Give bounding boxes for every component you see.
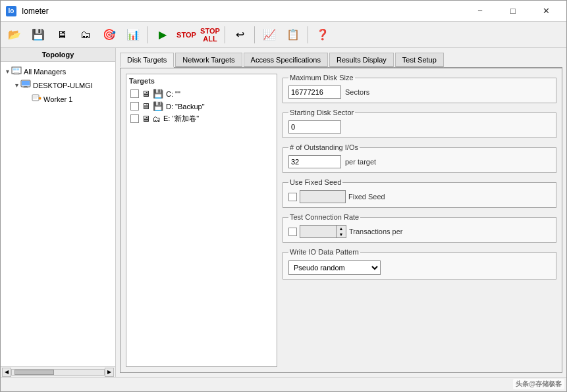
sidebar-item-desktop[interactable]: ▾ DESKTOP-ULMGI <box>1 78 115 92</box>
outstanding-ios-group: # of Outstanding I/Os per target <box>283 143 556 173</box>
main-area: Topology ▾ All Managers <box>1 48 566 377</box>
maximize-button[interactable]: □ <box>498 3 528 20</box>
tab-network-targets[interactable]: Network Targets <box>175 53 242 68</box>
expand-icon-worker <box>23 95 31 103</box>
toolbar-sep-3 <box>254 26 255 43</box>
chart-button[interactable]: 📈 <box>258 24 281 46</box>
disk-e-drive-icon: 🗂 <box>153 114 161 124</box>
disk-e-checkbox[interactable] <box>130 114 139 123</box>
app-icon: Io <box>6 6 16 16</box>
tab-bar: Disk Targets Network Targets Access Spec… <box>120 52 562 68</box>
stop-button[interactable]: STOP <box>175 24 198 46</box>
scroll-left-button[interactable]: ◀ <box>2 368 11 377</box>
all-managers-label: All Managers <box>24 68 66 76</box>
disk-d-label: D: "Backup" <box>166 103 205 110</box>
disk-e-label: E: "新加卷" <box>163 114 199 124</box>
panel-inner: Targets 🖥 💾 C: "" 🖥 💾 <box>126 74 556 367</box>
reset-button[interactable]: ↩ <box>229 24 251 46</box>
disk-item-d: 🖥 💾 D: "Backup" <box>129 100 274 112</box>
max-disk-size-group: Maximum Disk Size Sectors <box>283 74 556 103</box>
outstanding-ios-input[interactable] <box>288 155 341 168</box>
svg-rect-2 <box>16 68 19 70</box>
sidebar-header: Topology <box>1 48 115 62</box>
sidebar-scrollbar: ◀ ▶ <box>1 366 115 377</box>
worker-button[interactable]: 🗂 <box>74 24 97 46</box>
spinner-up-button[interactable]: ▲ <box>337 226 346 232</box>
status-bar <box>1 377 566 391</box>
write-io-pattern-select[interactable]: Pseudo random Sequential Repeating bytes… <box>288 260 381 275</box>
sidebar: Topology ▾ All Managers <box>1 48 116 377</box>
desktop-icon <box>20 80 31 91</box>
start-button[interactable]: ▶ <box>151 24 174 46</box>
help-button[interactable]: ❓ <box>311 24 334 46</box>
expand-icon: ▾ <box>3 68 11 75</box>
use-fixed-seed-group: Use Fixed Seed Fixed Seed <box>283 178 556 208</box>
save-button[interactable]: 💾 <box>27 24 49 46</box>
sidebar-item-worker1[interactable]: Worker 1 <box>1 92 115 106</box>
watermark: 头条@存储极客 <box>513 379 564 389</box>
worker1-label: Worker 1 <box>43 95 72 103</box>
stop-all-button[interactable]: STOPALL <box>199 24 221 46</box>
svg-rect-8 <box>24 87 28 88</box>
disk-item-c: 🖥 💾 C: "" <box>129 87 274 100</box>
disk-c-checkbox[interactable] <box>130 89 139 98</box>
use-fixed-seed-row: Fixed Seed <box>288 190 551 203</box>
svg-rect-4 <box>14 73 19 74</box>
tab-test-setup[interactable]: Test Setup <box>395 53 444 68</box>
starting-sector-input[interactable] <box>288 120 341 134</box>
target-button[interactable]: 🎯 <box>98 24 121 46</box>
scroll-right-button[interactable]: ▶ <box>105 368 114 377</box>
conn-rate-input[interactable] <box>300 225 336 238</box>
tab-disk-targets[interactable]: Disk Targets <box>120 53 174 68</box>
disk-c-drive-icon: 💾 <box>153 89 163 99</box>
worker-icon <box>31 93 41 105</box>
config-button[interactable]: 🖥 <box>51 24 73 46</box>
sidebar-tree: ▾ All Managers ▾ <box>1 62 115 366</box>
write-io-pattern-group: Write IO Data Pattern Pseudo random Sequ… <box>283 248 556 280</box>
outstanding-ios-legend: # of Outstanding I/Os <box>288 143 360 151</box>
scroll-track <box>11 369 105 376</box>
access-button[interactable]: 📊 <box>122 24 144 46</box>
disk-e-icon: 🖥 <box>142 114 150 124</box>
starting-sector-row <box>288 120 551 134</box>
open-button[interactable]: 📂 <box>3 24 26 46</box>
starting-sector-legend: Starting Disk Sector <box>288 109 355 116</box>
content-area: Disk Targets Network Targets Access Spec… <box>116 48 566 377</box>
fixed-seed-checkbox[interactable] <box>288 193 297 201</box>
max-disk-size-legend: Maximum Disk Size <box>288 74 355 82</box>
tab-access-spec[interactable]: Access Specifications <box>244 53 328 68</box>
scroll-thumb[interactable] <box>14 370 54 375</box>
toolbar: 📂 💾 🖥 🗂 🎯 📊 ▶ STOP STOPALL ↩ 📈 📋 ❓ <box>1 22 566 48</box>
write-io-pattern-row: Pseudo random Sequential Repeating bytes… <box>288 260 551 275</box>
transactions-per-label: Transactions per <box>349 228 403 235</box>
spinner-buttons: ▲ ▼ <box>336 225 346 238</box>
main-window: Io Iometer − □ ✕ 📂 💾 🖥 🗂 🎯 📊 ▶ STOP STOP… <box>0 0 567 392</box>
toolbar-sep-1 <box>148 26 148 43</box>
manager-icon <box>11 66 22 77</box>
close-button[interactable]: ✕ <box>531 3 561 20</box>
disk-d-drive-icon: 💾 <box>153 101 163 111</box>
toolbar-sep-2 <box>225 26 225 43</box>
disk-item-e: 🖥 🗂 E: "新加卷" <box>129 112 274 125</box>
svg-rect-1 <box>13 68 16 70</box>
display-button[interactable]: 📋 <box>282 24 304 46</box>
test-connection-rate-legend: Test Connection Rate <box>288 213 360 221</box>
title-bar-left: Io Iometer <box>6 6 49 16</box>
disk-d-checkbox[interactable] <box>130 102 139 110</box>
minimize-button[interactable]: − <box>465 3 495 20</box>
spinner-down-button[interactable]: ▼ <box>337 232 346 237</box>
tab-content: Targets 🖥 💾 C: "" 🖥 💾 <box>120 68 562 373</box>
fixed-seed-input[interactable] <box>300 190 346 203</box>
starting-disk-sector-group: Starting Disk Sector <box>283 109 556 138</box>
svg-rect-6 <box>22 81 30 86</box>
sidebar-item-all-managers[interactable]: ▾ All Managers <box>1 64 115 78</box>
title-controls: − □ ✕ <box>465 3 561 20</box>
desktop-label: DESKTOP-ULMGI <box>33 82 93 89</box>
conn-rate-checkbox[interactable] <box>288 228 297 236</box>
tab-results-display[interactable]: Results Display <box>329 53 394 68</box>
max-disk-size-input[interactable] <box>288 86 341 99</box>
svg-rect-12 <box>39 97 41 99</box>
max-disk-size-row: Sectors <box>288 86 551 99</box>
svg-rect-9 <box>32 95 39 101</box>
use-fixed-seed-legend: Use Fixed Seed <box>288 178 342 186</box>
